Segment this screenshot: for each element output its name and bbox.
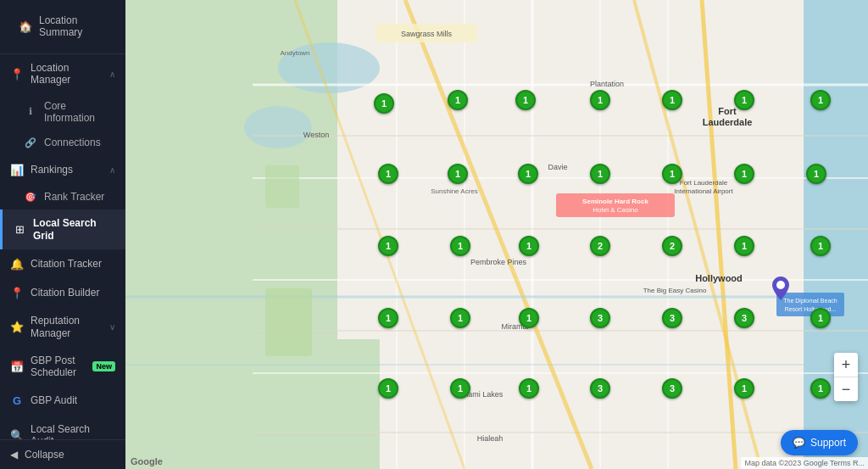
zoom-in-button[interactable]: + (834, 353, 858, 377)
map-marker[interactable]: 1 (734, 236, 754, 256)
map-marker[interactable]: 1 (810, 236, 831, 256)
sidebar-item-connections[interactable]: 🔗 Connections (0, 130, 125, 155)
map-marker[interactable]: 1 (374, 93, 394, 114)
map-marker[interactable]: 1 (662, 164, 682, 184)
sidebar-item-citation-tracker[interactable]: 🔔 Citation Tracker (0, 249, 125, 278)
map-marker[interactable]: 3 (734, 308, 754, 328)
map-marker[interactable]: 1 (734, 378, 754, 399)
sidebar-item-rank-tracker[interactable]: 🎯 Rank Tracker (0, 184, 125, 209)
info-icon: ℹ (24, 105, 37, 119)
support-button[interactable]: 💬 Support (781, 430, 858, 455)
map-marker[interactable]: 1 (450, 308, 470, 328)
map-marker[interactable]: 1 (519, 236, 539, 256)
map-marker[interactable]: 1 (806, 164, 826, 184)
map-marker[interactable]: 1 (519, 308, 539, 328)
google-g-icon: G (10, 394, 24, 408)
support-icon: 💬 (793, 437, 805, 449)
grid-icon: ⊞ (13, 223, 26, 237)
map-marker[interactable]: 1 (590, 90, 610, 110)
sidebar-item-local-search-grid[interactable]: ⊞ Local Search Grid (0, 209, 125, 249)
sidebar-item-rankings[interactable]: 📊 Rankings ∧ (0, 155, 125, 184)
collapse-button[interactable]: ◀ Collapse (0, 440, 125, 469)
map-marker[interactable]: 1 (378, 308, 398, 328)
map-marker[interactable]: 3 (662, 378, 682, 399)
map-marker[interactable]: 1 (448, 90, 468, 110)
map-marker[interactable]: 3 (590, 378, 610, 399)
map-marker[interactable]: 1 (662, 90, 682, 110)
sidebar-item-core-information[interactable]: ℹ Core Information (0, 94, 125, 131)
map-marker[interactable]: 1 (810, 378, 831, 399)
sidebar: 🏠 Location Summary 📍 Location Manager ∧ … (0, 0, 125, 469)
chevron-icon: ∧ (109, 70, 115, 79)
map-marker[interactable]: 1 (378, 378, 398, 399)
map-marker[interactable]: 1 (378, 164, 398, 184)
map-marker[interactable]: 1 (810, 308, 831, 328)
location-icon: 📍 (10, 67, 24, 81)
collapse-arrow-icon: ◀ (10, 449, 18, 461)
search-icon: 🔍 (10, 428, 24, 439)
map-marker[interactable]: 1 (590, 164, 610, 184)
location-pin[interactable] (772, 276, 789, 304)
citation-builder-icon: 📍 (10, 286, 24, 299)
sidebar-item-location-manager[interactable]: 📍 Location Manager ∧ (0, 54, 125, 94)
rank-tracker-icon: 🎯 (24, 190, 37, 204)
zoom-out-button[interactable]: − (834, 377, 858, 401)
chevron-rankings-icon: ∧ (109, 165, 115, 175)
main-content: Sawgrass Mills Fort Lauderdale Hollywood… (125, 0, 868, 469)
map-marker[interactable]: 1 (734, 90, 754, 110)
map-marker[interactable]: 1 (734, 164, 754, 184)
sidebar-item-gbp-audit[interactable]: G GBP Audit (0, 387, 125, 416)
bell-icon: 🔔 (10, 257, 24, 271)
chevron-reputation-icon: ∨ (109, 322, 115, 332)
connections-icon: 🔗 (24, 136, 37, 149)
map-marker[interactable]: 1 (450, 378, 470, 399)
sidebar-item-location-summary[interactable]: 🏠 Location Summary (8, 7, 117, 47)
map-marker[interactable]: 1 (515, 90, 536, 110)
map-attribution: Map data ©2023 Google Terms R... (741, 457, 868, 469)
rankings-icon: 📊 (10, 163, 24, 176)
sidebar-item-local-search-audit[interactable]: 🔍 Local Search Audit (0, 416, 125, 439)
new-badge: New (92, 361, 115, 371)
map-marker[interactable]: 1 (450, 236, 470, 256)
map-marker[interactable]: 1 (519, 378, 539, 399)
map-marker[interactable]: 2 (590, 236, 610, 256)
zoom-controls: + − (834, 353, 858, 401)
markers-layer: 11111111111111111221111133311113311 (125, 0, 868, 469)
home-icon: 🏠 (19, 20, 32, 33)
collapse-label: Collapse (25, 449, 64, 461)
sidebar-item-gbp-post-scheduler[interactable]: 📅 GBP Post Scheduler New (0, 347, 125, 387)
map-marker[interactable]: 2 (662, 236, 682, 256)
map-marker[interactable]: 1 (448, 164, 468, 184)
sidebar-item-citation-builder[interactable]: 📍 Citation Builder (0, 278, 125, 307)
sidebar-bottom: ◀ Collapse (0, 439, 125, 469)
map-marker[interactable]: 1 (518, 164, 538, 184)
map-marker[interactable]: 1 (810, 90, 831, 110)
map-container[interactable]: Sawgrass Mills Fort Lauderdale Hollywood… (125, 0, 868, 469)
sidebar-label: Location Summary (39, 14, 107, 39)
calendar-icon: 📅 (10, 360, 24, 373)
support-label: Support (810, 437, 846, 449)
sidebar-header: 🏠 Location Summary (0, 0, 125, 54)
reputation-icon: ⭐ (10, 321, 24, 334)
map-marker[interactable]: 3 (662, 308, 682, 328)
attribution-text: Map data ©2023 Google Terms R... (744, 459, 865, 467)
map-marker[interactable]: 1 (378, 236, 398, 256)
map-marker[interactable]: 3 (590, 308, 610, 328)
sidebar-item-reputation-manager[interactable]: ⭐ Reputation Manager ∨ (0, 307, 125, 347)
svg-point-52 (776, 281, 785, 289)
